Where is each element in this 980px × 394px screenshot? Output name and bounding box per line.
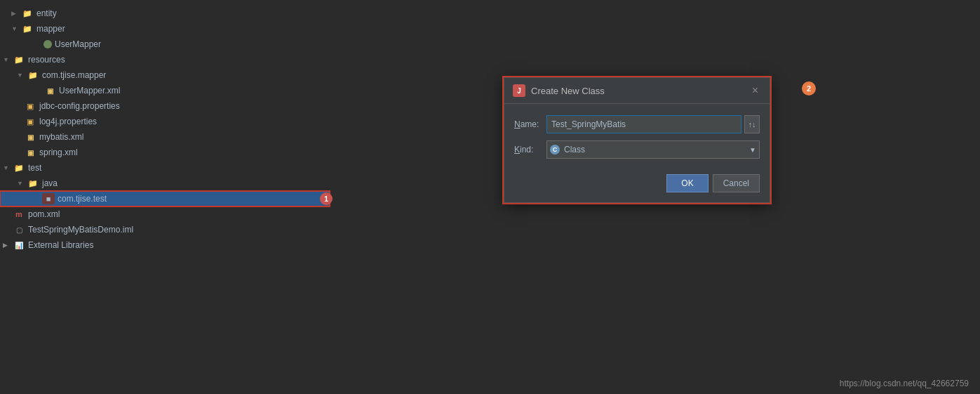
badge-1: 1 [320,192,333,205]
arrow-icon: ▼ [17,180,27,187]
kind-select-wrapper[interactable]: C Class ▼ [546,140,760,159]
tree-item-com-tjise-test[interactable]: ■ com.tjise.test 1 [0,191,330,206]
folder-icon: 📁 [27,70,39,81]
arrow-icon: ▼ [17,72,27,79]
arrow-icon: ▶ [3,242,13,249]
xml-icon: ▣ [24,147,36,158]
tree-item-usermapper[interactable]: UserMapper [0,37,330,52]
tree-item-label: com.tjise.mapper [42,70,106,80]
properties-icon: ▣ [24,116,36,127]
tree-item-label: pom.xml [28,209,60,219]
tree-item-label: log4j.properties [39,117,97,126]
tree-item-label: mybatis.xml [39,132,83,142]
tree-item-iml[interactable]: ▢ TestSpringMyBatisDemo.iml [0,222,330,237]
name-input-wrapper: ↑↓ [546,115,760,133]
kind-label: Kind: [514,145,546,155]
arrow-icon: ▼ [3,56,13,63]
tree-item-label: jdbc-config.properties [39,101,120,111]
properties-icon: ▣ [24,100,36,112]
dialog-title-left: J Create New Class [513,84,605,97]
tree-item-label: TestSpringMyBatisDemo.iml [28,225,133,235]
folder-icon: 📁 [13,54,25,65]
tree-item-com-tjise-mapper[interactable]: ▼ 📁 com.tjise.mapper [0,67,330,83]
tree-item-usermapper-xml[interactable]: ▣ UserMapper.xml [0,83,330,98]
ok-button[interactable]: OK [666,174,708,192]
kind-class-icon: C [550,145,560,155]
folder-icon: 📁 [21,8,34,19]
xml-icon: ▣ [24,131,36,143]
cancel-button[interactable]: Cancel [713,174,760,192]
tree-item-spring-xml[interactable]: ▣ spring.xml [0,145,330,160]
name-input[interactable] [546,115,741,133]
tree-item-ext-libraries[interactable]: ▶ 📊 External Libraries [0,237,330,253]
folder-icon: 📁 [13,162,25,173]
tree-item-label: test [28,163,41,173]
kind-row: Kind: C Class ▼ [514,140,760,159]
dialog-close-button[interactable]: × [749,84,761,98]
tree-item-log4j[interactable]: ▣ log4j.properties [0,114,330,129]
dialog-title-bar: J Create New Class × [504,78,770,104]
arrow-icon: ▼ [3,164,13,171]
tree-item-test[interactable]: ▼ 📁 test [0,160,330,176]
sort-button[interactable]: ↑↓ [744,115,760,133]
xml-icon: ▣ [43,85,56,96]
pom-icon: m [13,209,25,220]
dialog-icon: J [513,84,525,97]
green-dot-icon [43,40,52,48]
iml-icon: ▢ [13,224,25,235]
tree-item-label: UserMapper [55,39,101,49]
create-new-class-dialog: J Create New Class × Name: ↑↓ Kind: C Cl… [504,77,770,203]
tree-item-mybatis-xml[interactable]: ▣ mybatis.xml [0,129,330,145]
dialog-footer: OK Cancel [504,174,770,202]
bottom-url: https://blog.csdn.net/qq_42662759 [840,379,969,388]
ext-lib-icon: 📊 [13,239,25,251]
arrow-icon: ▼ [11,25,21,32]
tree-item-label: spring.xml [39,147,78,157]
name-label: Name: [514,119,546,129]
arrow-icon: ▶ [11,10,21,17]
kind-value-label: Class [564,145,749,155]
tree-item-label: entity [36,8,57,18]
tree-item-jdbc-config[interactable]: ▣ jdbc-config.properties [0,98,330,114]
tree-item-resources[interactable]: ▼ 📁 resources [0,52,330,67]
tree-item-entity[interactable]: ▶ 📁 entity [0,6,330,21]
tree-item-label: UserMapper.xml [59,86,120,96]
badge-2: 2 [802,81,816,96]
package-icon: ■ [42,193,55,204]
kind-dropdown-arrow-icon: ▼ [749,146,756,154]
dialog-body: Name: ↑↓ Kind: C Class ▼ [504,104,770,174]
tree-item-label: com.tjise.test [58,194,107,204]
tree-item-mapper[interactable]: ▼ 📁 mapper [0,21,330,37]
tree-item-label: mapper [36,24,65,34]
tree-item-java[interactable]: ▼ 📁 java [0,176,330,191]
tree-item-label: External Libraries [28,240,93,250]
tree-item-label: java [42,178,58,188]
tree-item-pom[interactable]: m pom.xml [0,206,330,222]
name-row: Name: ↑↓ [514,115,760,133]
tree-item-label: resources [28,55,65,65]
folder-icon: 📁 [21,23,34,34]
file-tree: ▶ 📁 entity ▼ 📁 mapper UserMapper ▼ 📁 res… [0,0,330,394]
folder-blue-icon: 📁 [27,178,39,189]
dialog-title-text: Create New Class [531,86,605,96]
